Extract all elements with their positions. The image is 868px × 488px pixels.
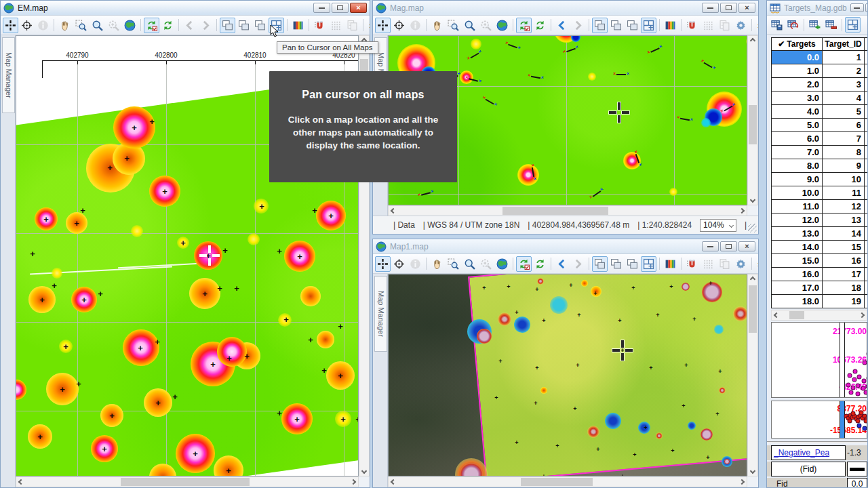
cell-target-id[interactable]: 3 (823, 78, 865, 92)
cell-line-index[interactable]: 11.0 (771, 200, 823, 214)
scroll-right-arrow[interactable] (349, 477, 358, 487)
cell-target-id[interactable]: 10 (823, 173, 865, 186)
toolbar-button-hand[interactable] (429, 18, 445, 33)
cell-target-id[interactable]: 15 (823, 241, 865, 254)
cell-target-id[interactable]: 13 (823, 214, 865, 227)
cell-target-id[interactable]: 6 (823, 119, 865, 132)
toolbar-button-paste[interactable] (717, 18, 732, 33)
scrollbar-thumb[interactable] (749, 285, 757, 333)
cell-line-index[interactable]: 12.0 (771, 214, 823, 227)
cell-line-index[interactable]: 10.0 (771, 186, 823, 200)
toolbar-button-zoombox[interactable] (446, 18, 461, 33)
scroll-right-arrow[interactable] (857, 310, 867, 320)
column-header-next[interactable]: N (865, 37, 868, 51)
cell-target-id[interactable]: 7 (823, 132, 865, 146)
toolbar-button-griddots[interactable] (328, 18, 344, 33)
toolbar-button-refresh2[interactable] (160, 18, 176, 33)
toolbar-button-panes[interactable] (608, 18, 624, 33)
toolbar-button-magnet[interactable] (684, 18, 700, 33)
toolbar-button-tblrevert[interactable] (785, 17, 801, 33)
cell-line-index[interactable]: 17.0 (771, 281, 823, 295)
toolbar-button-zoomint[interactable] (106, 18, 121, 33)
cell-next[interactable] (865, 64, 868, 78)
toolbar-button-center[interactable] (19, 18, 35, 33)
cell-line-index[interactable]: 13.0 (771, 227, 823, 241)
toolbar-button-gear[interactable] (733, 18, 749, 33)
restore-button[interactable] (332, 3, 349, 13)
toolbar-button-magnet[interactable] (684, 256, 700, 272)
cell-line-index[interactable]: 7.0 (771, 146, 823, 159)
toolbar-button-griddots[interactable] (701, 18, 716, 33)
cell-next[interactable] (865, 159, 868, 173)
cell-next[interactable] (865, 214, 868, 227)
toolbar-button-back[interactable] (554, 18, 570, 33)
toolbar-button-colors[interactable] (290, 18, 306, 33)
toolbar-button-center[interactable] (391, 18, 407, 33)
cell-next[interactable] (865, 295, 868, 308)
em-horizontal-scrollbar[interactable] (16, 476, 359, 487)
cell-next[interactable] (865, 92, 868, 105)
cell-line-index[interactable]: 14.0 (771, 241, 823, 254)
cell-line-index[interactable]: 2.0 (771, 78, 823, 92)
cell-line-index[interactable]: 3.0 (771, 92, 823, 105)
toolbar-button-panes[interactable] (592, 18, 608, 33)
cell-target-id[interactable]: 18 (823, 281, 865, 295)
toolbar-button-center[interactable] (391, 256, 407, 272)
toolbar-button-tblins[interactable] (807, 17, 823, 33)
toolbar-button-globe[interactable] (122, 18, 138, 33)
minimize-button[interactable] (850, 3, 864, 12)
toolbar-button-hand[interactable] (429, 256, 445, 272)
profile-scroll-strip[interactable] (840, 401, 845, 438)
cell-next[interactable] (865, 254, 868, 268)
mag-vertical-scrollbar[interactable] (747, 35, 758, 205)
mag-horizontal-scrollbar[interactable] (388, 205, 747, 216)
scrollbar-thumb[interactable] (789, 311, 804, 319)
toolbar-button-tile[interactable] (641, 256, 656, 272)
panel-splitter[interactable] (767, 441, 867, 443)
profile-plot-1[interactable] (846, 323, 867, 397)
mag-titlebar[interactable]: Mag.map × (373, 1, 758, 16)
cell-target-id[interactable]: 11 (823, 186, 865, 200)
cell-line-index[interactable]: 18.0 (771, 295, 823, 308)
toolbar-button-refresh2[interactable] (532, 18, 548, 33)
toolbar-button-paste[interactable] (717, 256, 732, 272)
cell-next[interactable] (865, 132, 868, 146)
scroll-down-arrow[interactable] (748, 466, 757, 476)
toolbar-button-panes[interactable] (625, 256, 640, 272)
cell-target-id[interactable]: 19 (823, 295, 865, 308)
map1-horizontal-scrollbar[interactable] (388, 476, 747, 487)
toolbar-button-tblsave[interactable] (769, 17, 785, 33)
restore-button[interactable] (865, 3, 868, 12)
table-horizontal-scrollbar[interactable] (771, 310, 867, 321)
minimize-button[interactable] (702, 3, 719, 13)
cell-next[interactable] (865, 241, 868, 254)
scrollbar-thumb[interactable] (521, 478, 593, 486)
cell-line-index[interactable]: 8.0 (771, 159, 823, 173)
toolbar-overflow-button[interactable]: » (757, 20, 759, 30)
toolbar-button-panes[interactable] (592, 256, 608, 272)
toolbar-button-zoom[interactable] (462, 256, 477, 272)
cell-next[interactable] (865, 173, 868, 186)
cell-target-id[interactable]: 17 (823, 268, 865, 281)
cell-next[interactable] (865, 78, 868, 92)
toolbar-overflow-button[interactable]: » (369, 20, 370, 30)
cell-line-index[interactable]: 5.0 (771, 119, 823, 132)
toolbar-overflow-button[interactable]: » (757, 259, 759, 269)
profile-plot-2[interactable] (846, 401, 867, 438)
minimize-button[interactable] (702, 241, 719, 251)
cell-next[interactable] (865, 51, 868, 64)
toolbar-button-refresh[interactable] (144, 18, 159, 33)
toolbar-button-refresh2[interactable] (532, 256, 548, 272)
toolbar-button-refresh[interactable] (516, 256, 532, 272)
cell-target-id[interactable]: 9 (823, 159, 865, 173)
toolbar-button-zoom[interactable] (462, 18, 477, 33)
cell-target-id[interactable]: 8 (823, 146, 865, 159)
scrollbar-thumb[interactable] (121, 478, 250, 486)
gdb-titlebar[interactable]: Targets_Mag.gdb × (767, 1, 867, 16)
cell-next[interactable] (865, 119, 868, 132)
column-header-targets[interactable]: ✔Targets (771, 37, 823, 51)
toolbar-button-zoom[interactable] (90, 18, 105, 33)
cell-line-index[interactable]: 9.0 (771, 173, 823, 186)
scrollbar-thumb[interactable] (749, 105, 757, 144)
toolbar-button-zoombox[interactable] (73, 18, 89, 33)
